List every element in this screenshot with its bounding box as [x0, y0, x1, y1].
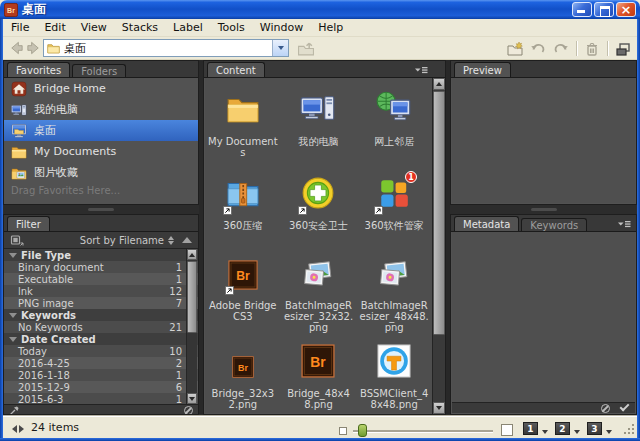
filter-group-header[interactable]: File Type [4, 249, 198, 261]
content-item-thumbnail [300, 78, 336, 130]
address-combobox[interactable]: 桌面 [43, 39, 289, 57]
up-one-level-button[interactable] [296, 40, 316, 57]
tab-preview[interactable]: Preview [454, 62, 511, 77]
rotate-right-button[interactable] [553, 41, 569, 57]
sort-ascending-icon[interactable] [182, 237, 192, 243]
content-item[interactable]: BrBridge_32x32.png [205, 338, 281, 413]
toolbar-separator [576, 41, 577, 56]
tab-keywords[interactable]: Keywords [521, 218, 587, 231]
filter-row[interactable]: No Keywords21 [4, 321, 198, 333]
tab-favorites[interactable]: Favorites [7, 62, 70, 77]
filter-row[interactable]: PNG image7 [4, 297, 198, 309]
larger-thumbnails-icon[interactable] [501, 424, 513, 436]
filter-row[interactable]: 2016-4-252 [4, 357, 198, 369]
resize-grip[interactable] [623, 423, 635, 435]
left-splitter[interactable] [3, 205, 199, 214]
content-item[interactable]: BatchImageResizer_32x32.png [281, 246, 357, 338]
workspace-caret-icon[interactable] [606, 430, 612, 434]
content-item[interactable]: 360安全卫士 [281, 162, 357, 246]
content-item-label: BSSMClient_48x48.png [358, 388, 430, 410]
filter-row-count: 21 [169, 322, 182, 333]
content-item[interactable]: BrBridge_48x48.png [281, 338, 357, 413]
favorites-item[interactable]: 我的电脑 [4, 99, 198, 120]
menu-item-view[interactable]: View [81, 19, 107, 37]
delete-button[interactable] [584, 41, 600, 57]
filter-row[interactable]: lnk12 [4, 285, 198, 297]
menu-item-edit[interactable]: Edit [44, 19, 65, 37]
pictures-folder-icon [11, 165, 27, 181]
filter-scrollbar[interactable] [186, 249, 197, 404]
favorites-item[interactable]: 桌面 [4, 120, 198, 141]
favorites-item[interactable]: 图片收藏 [4, 162, 198, 183]
menu-item-window[interactable]: Window [260, 19, 303, 37]
content-item[interactable]: 网上邻居 [356, 78, 432, 162]
content-item[interactable]: 360压缩 [205, 162, 281, 246]
tab-metadata[interactable]: Metadata [454, 216, 519, 231]
filter-row[interactable]: Today10 [4, 345, 198, 357]
smaller-thumbnails-icon[interactable] [339, 427, 347, 435]
filter-row[interactable]: 2016-1-181 [4, 369, 198, 381]
minimize-button[interactable] [572, 2, 592, 17]
workspace-button-2[interactable]: 2 [555, 422, 570, 435]
thumbnail-size-slider[interactable] [353, 430, 493, 432]
scrollbar-thumb[interactable] [187, 261, 197, 333]
scroll-down-button[interactable] [433, 402, 445, 414]
content-item-thumbnail [303, 246, 333, 294]
filter-group-header[interactable]: Date Created [4, 333, 198, 345]
new-folder-button[interactable] [507, 41, 523, 57]
maximize-button[interactable] [594, 2, 614, 17]
content-item[interactable]: My Documents [205, 78, 281, 162]
address-dropdown-button[interactable] [272, 40, 288, 56]
filter-row[interactable]: Executable1 [4, 273, 198, 285]
title-bar[interactable]: Br 桌面 [0, 0, 640, 19]
panel-menu-icon[interactable] [413, 65, 429, 75]
right-splitter[interactable] [450, 205, 637, 214]
thumbnail-slider-thumb[interactable] [358, 424, 367, 437]
cancel-metadata-icon[interactable] [601, 404, 610, 413]
workspace-button-1[interactable]: 1 [523, 422, 538, 435]
filter-row-count: 2 [176, 358, 182, 369]
scroll-down-button[interactable] [187, 393, 197, 404]
content-item[interactable]: BrAdobe Bridge CS3 [205, 246, 281, 338]
tab-content[interactable]: Content [207, 62, 265, 77]
content-item[interactable]: 1360软件管家 [356, 162, 432, 246]
filter-row[interactable]: 2015-12-96 [4, 381, 198, 393]
tab-filter[interactable]: Filter [7, 216, 50, 231]
clear-filter-icon[interactable] [184, 406, 193, 415]
compact-mode-button[interactable] [615, 41, 631, 57]
content-item[interactable]: BSSMClient_48x48.png [356, 338, 432, 413]
workspace-caret-icon[interactable] [542, 430, 548, 434]
apply-metadata-icon[interactable] [620, 402, 630, 412]
panel-menu-icon[interactable] [616, 219, 632, 229]
scroll-up-button[interactable] [433, 78, 445, 90]
scrollbar-thumb[interactable] [433, 91, 445, 335]
sort-field-spinner[interactable] [168, 236, 174, 245]
workspace-button-3[interactable]: 3 [587, 422, 602, 435]
filter-row[interactable]: Binary document1 [4, 261, 198, 273]
menu-item-stacks[interactable]: Stacks [122, 19, 158, 37]
scroll-up-button[interactable] [187, 249, 197, 260]
back-button[interactable] [8, 40, 25, 56]
menu-item-file[interactable]: File [11, 19, 29, 37]
content-item-label: 360压缩 [223, 220, 262, 231]
flatten-icon[interactable] [10, 234, 24, 247]
content-item[interactable]: BatchImageResizer_48x48.png [356, 246, 432, 338]
forward-button[interactable] [25, 40, 42, 56]
item-navigation-icon[interactable] [12, 425, 24, 433]
content-item[interactable]: 我的电脑 [281, 78, 357, 162]
menu-item-label[interactable]: Label [173, 19, 203, 37]
filter-group-title: File Type [21, 250, 71, 261]
content-scrollbar[interactable] [432, 78, 445, 414]
workspace-caret-icon[interactable] [574, 430, 580, 434]
filter-row[interactable]: 2015-6-31 [4, 393, 198, 404]
menu-item-tools[interactable]: Tools [218, 19, 245, 37]
keep-filter-pin-icon[interactable] [9, 405, 20, 416]
close-button[interactable] [616, 2, 636, 17]
sort-by-label[interactable]: Sort by Filename [80, 235, 164, 246]
rotate-left-button[interactable] [530, 41, 546, 57]
tab-folders[interactable]: Folders [72, 64, 126, 77]
menu-item-help[interactable]: Help [318, 19, 343, 37]
favorites-item[interactable]: Bridge Home [4, 78, 198, 99]
filter-group-header[interactable]: Keywords [4, 309, 198, 321]
favorites-item[interactable]: My Documents [4, 141, 198, 162]
